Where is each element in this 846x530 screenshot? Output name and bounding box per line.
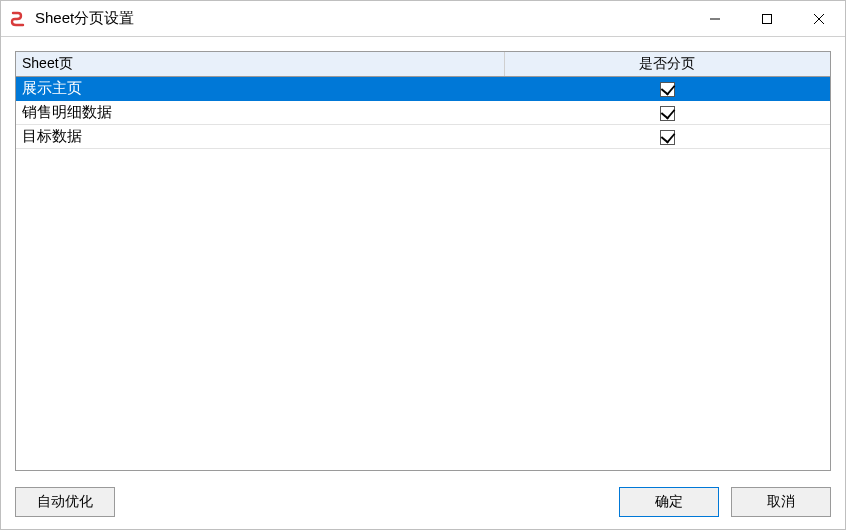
row-label: 销售明细数据 <box>16 101 504 125</box>
paginate-checkbox[interactable] <box>660 130 675 145</box>
sheet-table: Sheet页 是否分页 展示主页销售明细数据目标数据 <box>15 51 831 471</box>
svg-rect-1 <box>763 14 772 23</box>
app-icon <box>9 10 27 28</box>
ok-button[interactable]: 确定 <box>619 487 719 517</box>
table-row[interactable]: 展示主页 <box>16 77 830 101</box>
window-title: Sheet分页设置 <box>35 9 134 28</box>
paginate-checkbox[interactable] <box>660 82 675 97</box>
cancel-button[interactable]: 取消 <box>731 487 831 517</box>
row-checkbox-cell <box>504 101 830 125</box>
close-button[interactable] <box>793 1 845 37</box>
table-row[interactable]: 目标数据 <box>16 125 830 149</box>
auto-optimize-button[interactable]: 自动优化 <box>15 487 115 517</box>
row-label: 目标数据 <box>16 125 504 149</box>
paginate-checkbox[interactable] <box>660 106 675 121</box>
row-checkbox-cell <box>504 77 830 101</box>
col-header-sheet[interactable]: Sheet页 <box>16 52 504 77</box>
table-row[interactable]: 销售明细数据 <box>16 101 830 125</box>
row-label: 展示主页 <box>16 77 504 101</box>
minimize-button[interactable] <box>689 1 741 37</box>
table-header-row: Sheet页 是否分页 <box>16 52 830 77</box>
col-header-paginate[interactable]: 是否分页 <box>504 52 830 77</box>
titlebar: Sheet分页设置 <box>1 1 845 37</box>
maximize-button[interactable] <box>741 1 793 37</box>
row-checkbox-cell <box>504 125 830 149</box>
content-area: Sheet页 是否分页 展示主页销售明细数据目标数据 <box>1 37 845 481</box>
footer: 自动优化 确定 取消 <box>1 481 845 529</box>
